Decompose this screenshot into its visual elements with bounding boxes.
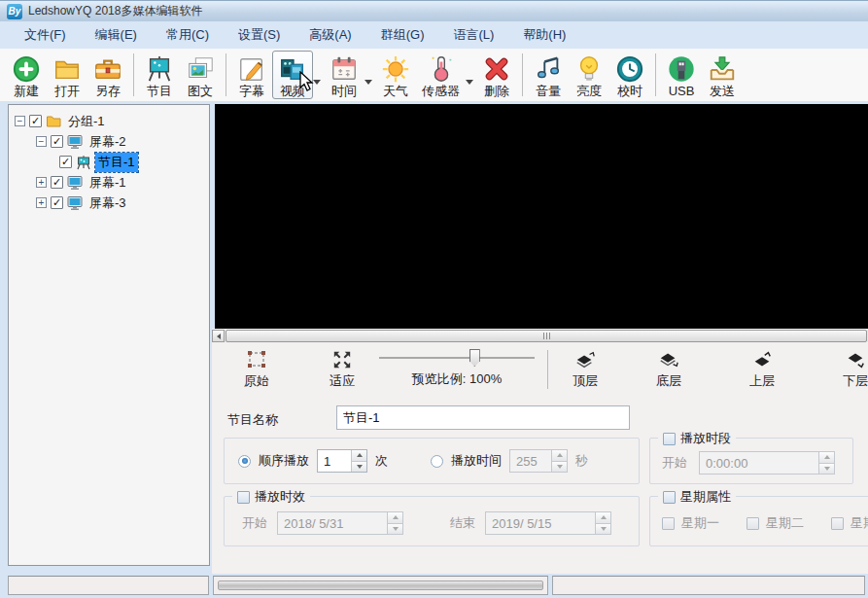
fit-button[interactable]: 适应 <box>313 349 371 390</box>
brightness-button[interactable]: 亮度 <box>569 51 609 99</box>
usb-button[interactable]: USB <box>661 51 702 99</box>
zoom-slider[interactable] <box>379 348 535 368</box>
top-layer-label: 顶层 <box>573 373 598 388</box>
lower-layer-button[interactable]: 下层 <box>826 349 868 390</box>
toolbar-separator <box>522 53 523 96</box>
collapse-icon[interactable]: − <box>36 136 47 147</box>
menu-help[interactable]: 帮助(H) <box>508 21 580 49</box>
menu-settings[interactable]: 设置(S) <box>224 21 295 49</box>
play-duration-radio[interactable] <box>431 455 443 468</box>
zoom-ratio-label: 预览比例: 100% <box>379 370 535 388</box>
bottom-layer-label: 底层 <box>656 373 681 388</box>
delete-label: 删除 <box>484 84 509 98</box>
validity-start-date-spinner <box>277 511 403 535</box>
period-start-time-value <box>700 452 818 474</box>
time-dropdown-icon[interactable] <box>365 80 372 85</box>
screen-icon <box>67 134 83 150</box>
tree-label-screen1[interactable]: 屏幕-1 <box>87 173 129 193</box>
play-mode-group: 顺序播放 次 播放时间 秒 <box>224 438 640 484</box>
tree-node-screen3[interactable]: + ✓ 屏幕-3 <box>11 193 207 213</box>
top-layer-button[interactable]: 顶层 <box>556 349 614 390</box>
checkbox-checked-icon[interactable]: ✓ <box>29 115 42 127</box>
period-start-label: 开始 <box>662 454 687 472</box>
sensor-dropdown-icon[interactable] <box>466 80 473 85</box>
expand-icon[interactable]: + <box>36 197 47 208</box>
time-button[interactable]: 时间 <box>324 51 365 99</box>
checkbox-checked-icon[interactable]: ✓ <box>51 135 63 148</box>
program-name-label: 节目名称 <box>227 411 278 429</box>
time-sync-button[interactable]: 校时 <box>609 51 650 99</box>
save-as-button[interactable]: 另存 <box>87 51 128 99</box>
image-text-icon <box>186 54 215 84</box>
fit-arrows-icon <box>313 349 371 369</box>
checkbox-checked-icon[interactable]: ✓ <box>59 156 72 168</box>
volume-notes-icon <box>534 54 563 84</box>
preview-h-scrollbar[interactable] <box>212 329 868 342</box>
scroll-left-arrow-icon[interactable] <box>212 330 225 342</box>
menu-group[interactable]: 群组(G) <box>366 21 439 49</box>
validity-start-date-value <box>278 512 387 534</box>
open-button[interactable]: 打开 <box>47 51 87 99</box>
play-count-value[interactable] <box>318 450 351 472</box>
program-label: 节目 <box>147 84 172 98</box>
bottom-layer-icon <box>640 349 698 369</box>
new-button[interactable]: 新建 <box>6 51 47 99</box>
tree-label-screen3[interactable]: 屏幕-3 <box>87 193 129 213</box>
scrollbar-thumb[interactable] <box>226 330 867 342</box>
tree-node-screen2[interactable]: − ✓ 屏幕-2 <box>11 131 207 152</box>
video-button[interactable]: 视频 <box>272 51 313 99</box>
play-duration-value <box>510 450 551 472</box>
lower-layer-icon <box>826 349 868 369</box>
status-panel-left <box>8 576 209 595</box>
subtitle-button[interactable]: 字幕 <box>231 51 272 99</box>
upper-layer-button[interactable]: 上层 <box>733 349 791 390</box>
menu-edit[interactable]: 编辑(E) <box>81 21 152 49</box>
checkbox-checked-icon[interactable]: ✓ <box>51 176 63 189</box>
original-size-button[interactable]: 原始 <box>227 349 286 390</box>
zoom-slider-thumb[interactable] <box>469 349 480 367</box>
brightness-label: 亮度 <box>576 84 602 98</box>
menu-common[interactable]: 常用(C) <box>152 21 224 49</box>
play-validity-checkbox[interactable] <box>237 491 250 504</box>
image-text-label: 图文 <box>188 84 213 98</box>
send-button[interactable]: 发送 <box>702 51 743 99</box>
tree-label-screen2[interactable]: 屏幕-2 <box>87 132 129 152</box>
bottom-layer-button[interactable]: 底层 <box>640 349 698 390</box>
top-layer-icon <box>556 349 614 369</box>
program-button[interactable]: 节目 <box>139 51 180 99</box>
preview-canvas[interactable] <box>215 104 868 329</box>
play-validity-label: 播放时效 <box>255 488 305 506</box>
expand-icon[interactable]: + <box>36 177 47 188</box>
menu-bar: 文件(F) 编辑(E) 常用(C) 设置(S) 高级(A) 群组(G) 语言(L… <box>0 21 868 49</box>
tuesday-label: 星期二 <box>766 514 804 532</box>
collapse-icon[interactable]: − <box>15 116 25 126</box>
image-text-button[interactable]: 图文 <box>180 51 221 99</box>
tree-label-program1-selected[interactable]: 节目-1 <box>95 153 138 172</box>
menu-file[interactable]: 文件(F) <box>10 21 81 49</box>
sequential-play-label: 顺序播放 <box>259 452 309 470</box>
spinner-arrows-icon[interactable] <box>351 450 366 472</box>
checkbox-checked-icon[interactable]: ✓ <box>51 196 63 209</box>
new-label: 新建 <box>14 84 39 98</box>
delete-button[interactable]: 删除 <box>476 51 517 99</box>
program-name-input[interactable] <box>336 405 630 430</box>
tree-node-program1[interactable]: ✓ 节目-1 <box>11 152 207 172</box>
menu-language[interactable]: 语言(L) <box>438 21 508 49</box>
week-attributes-checkbox[interactable] <box>663 491 676 504</box>
play-period-checkbox[interactable] <box>663 433 676 445</box>
menu-advanced[interactable]: 高级(A) <box>295 21 365 49</box>
fit-label: 适应 <box>330 373 355 388</box>
save-as-label: 另存 <box>95 84 121 98</box>
toolbar-separator <box>655 53 656 96</box>
sensor-button[interactable]: 传感器 <box>416 51 466 99</box>
tree-node-screen1[interactable]: + ✓ 屏幕-1 <box>11 172 207 193</box>
volume-button[interactable]: 音量 <box>528 51 569 99</box>
tree-label-group1[interactable]: 分组-1 <box>65 112 108 131</box>
screen-tree-panel: − ✓ 分组-1 − ✓ 屏幕-2 ✓ 节目-1 + ✓ <box>8 104 210 566</box>
tree-node-group1[interactable]: − ✓ 分组-1 <box>11 111 207 131</box>
time-label: 时间 <box>331 84 357 98</box>
play-count-spinner[interactable] <box>317 449 367 473</box>
window-title: LedshowYQ 2018多媒体编辑软件 <box>28 3 202 19</box>
sequential-play-radio[interactable] <box>238 455 251 468</box>
weather-button[interactable]: 天气 <box>375 51 416 99</box>
